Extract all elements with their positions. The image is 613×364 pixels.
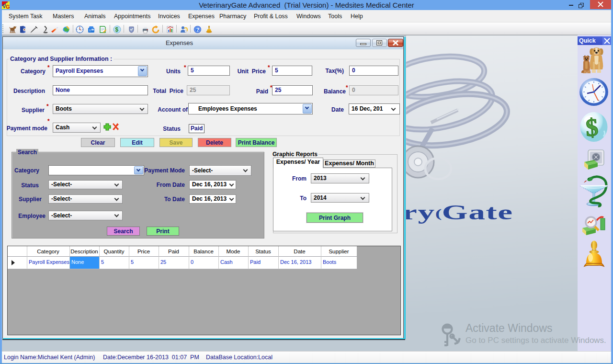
svg-text:$: $ bbox=[115, 26, 119, 33]
svg-text:?: ? bbox=[196, 27, 199, 33]
svg-text:$: $ bbox=[585, 113, 599, 141]
